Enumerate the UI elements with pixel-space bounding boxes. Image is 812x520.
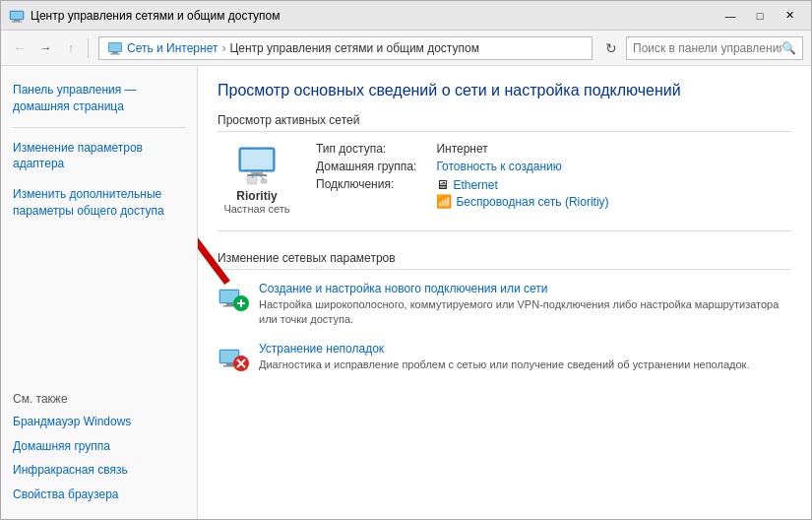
maximize-button[interactable]: □ (746, 5, 774, 27)
main-window: Центр управления сетями и общим доступом… (0, 0, 812, 520)
breadcrumb: Сеть и Интернет › Центр управления сетям… (98, 36, 593, 60)
network-icon-area: Rioritiy Частная сеть (218, 142, 296, 215)
action-item-2: Устранение неполадок Диагностика и испра… (218, 342, 791, 373)
change-settings-header: Изменение сетевых параметров (218, 251, 791, 270)
sidebar-item-firewall[interactable]: Брандмауэр Windows (1, 410, 197, 434)
detail-values: Интернет Готовность к созданию 🖥 Etherne… (436, 142, 608, 215)
svg-rect-24 (240, 299, 242, 307)
search-input[interactable] (633, 41, 781, 55)
svg-rect-1 (11, 12, 23, 19)
network-section: Rioritiy Частная сеть Тип доступа: Домаш… (218, 142, 791, 231)
sidebar-item-homegroup[interactable]: Домашняя группа (1, 434, 197, 459)
search-icon: 🔍 (781, 41, 796, 55)
refresh-button[interactable]: ↻ (600, 37, 622, 59)
detail-labels: Тип доступа: Домашняя группа: Подключени… (316, 142, 416, 215)
right-panel: Просмотр основных сведений о сети и наст… (198, 66, 811, 519)
forward-button[interactable]: → (34, 37, 56, 59)
sidebar-item-browser[interactable]: Свойства браузера (1, 483, 197, 507)
sidebar-item-infrared[interactable]: Инфракрасная связь (1, 458, 197, 483)
svg-rect-11 (241, 150, 273, 169)
wifi-icon: 📶 (436, 194, 452, 209)
network-monitor-icon (233, 146, 281, 185)
sidebar-item-adapter[interactable]: Изменение параметров адаптера (1, 136, 197, 177)
svg-rect-20 (226, 303, 234, 305)
ethernet-link[interactable]: Ethernet (453, 178, 497, 192)
connections-list: 🖥 Ethernet 📶 Беспроводная сеть (Rioritiy… (436, 177, 608, 209)
search-bar: 🔍 (626, 36, 803, 60)
svg-rect-14 (247, 177, 257, 184)
window-controls: — □ ✕ (717, 5, 803, 27)
left-divider-1 (13, 127, 185, 128)
page-title: Просмотр основных сведений о сети и наст… (218, 82, 791, 99)
svg-rect-6 (112, 52, 118, 54)
network-type: Частная сеть (223, 203, 289, 215)
create-connection-icon (218, 282, 249, 313)
action-2-link[interactable]: Устранение неполадок (259, 342, 384, 356)
svg-rect-5 (109, 43, 121, 51)
svg-rect-27 (226, 363, 234, 365)
window-icon (9, 8, 25, 24)
access-type-value: Интернет (436, 142, 608, 156)
svg-rect-15 (261, 179, 267, 183)
main-content: Панель управления — домашняя страница Из… (1, 66, 811, 519)
back-button[interactable]: ← (9, 37, 31, 59)
action-1-link[interactable]: Создание и настройка нового подключения … (259, 282, 548, 295)
title-bar: Центр управления сетями и общим доступом… (1, 1, 811, 31)
action-1-text: Создание и настройка нового подключения … (259, 282, 791, 328)
svg-rect-3 (12, 21, 22, 22)
action-1-desc: Настройка широкополосного, коммутируемог… (259, 297, 791, 328)
nav-bar: ← → ↑ Сеть и Интернет › Центр управления… (1, 31, 811, 66)
close-button[interactable]: ✕ (776, 5, 803, 27)
breadcrumb-link-internet[interactable]: Сеть и Интернет (127, 41, 218, 55)
network-name: Rioritiy (236, 189, 277, 203)
up-button[interactable]: ↑ (60, 37, 82, 59)
svg-rect-7 (110, 53, 120, 54)
ethernet-icon: 🖥 (436, 177, 449, 192)
svg-rect-2 (14, 20, 20, 22)
troubleshoot-icon (218, 342, 249, 373)
sidebar-item-home[interactable]: Панель управления — домашняя страница (1, 78, 197, 119)
sidebar-item-sharing[interactable]: Изменить дополнительные параметры общего… (1, 182, 197, 224)
active-networks-header: Просмотр активных сетей (218, 113, 791, 132)
access-type-label: Тип доступа: (316, 142, 416, 156)
svg-rect-13 (247, 174, 267, 176)
see-also-title: См. также (1, 384, 197, 410)
network-details: Тип доступа: Домашняя группа: Подключени… (296, 142, 791, 215)
window-title: Центр управления сетями и общим доступом (31, 9, 717, 23)
action-2-desc: Диагностика и исправление проблем с сеть… (259, 358, 791, 372)
action-item-1: Создание и настройка нового подключения … (218, 282, 791, 328)
homegroup-link[interactable]: Готовность к созданию (436, 160, 608, 173)
breadcrumb-current: Центр управления сетями и общим доступом (229, 41, 479, 55)
left-panel: Панель управления — домашняя страница Из… (1, 66, 198, 519)
connections-label: Подключения: (316, 177, 416, 191)
action-2-text: Устранение неполадок Диагностика и испра… (259, 342, 791, 372)
minimize-button[interactable]: — (717, 5, 744, 27)
homegroup-label: Домашняя группа: (316, 160, 416, 173)
wireless-link[interactable]: Беспроводная сеть (Rioritiy) (456, 195, 608, 209)
